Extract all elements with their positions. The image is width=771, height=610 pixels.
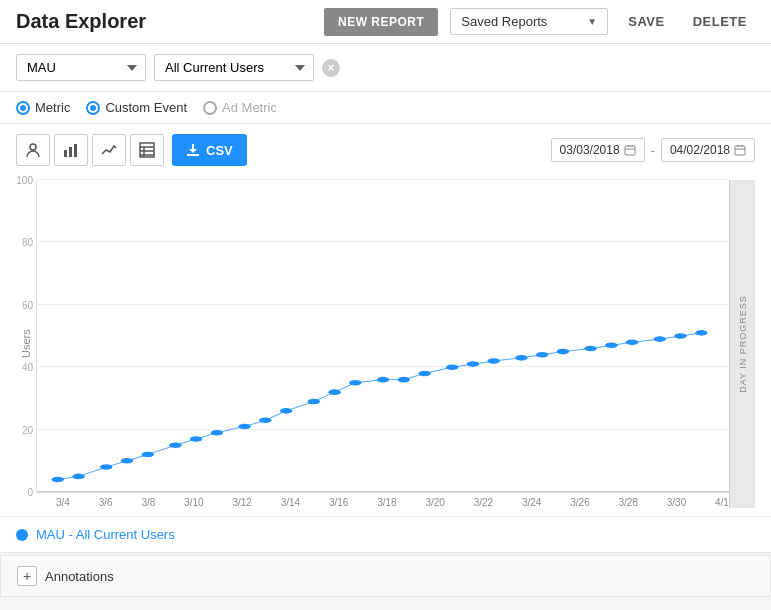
svg-rect-2: [69, 147, 72, 157]
calendar-icon-2: [734, 144, 746, 156]
legend-row: MAU - All Current Users: [0, 516, 771, 552]
svg-point-37: [487, 358, 499, 364]
download-icon: [186, 143, 200, 157]
metric-radio: [16, 101, 30, 115]
add-annotation-button[interactable]: +: [17, 566, 37, 586]
x-label: 3/14: [281, 497, 300, 508]
date-from-value: 03/03/2018: [560, 143, 620, 157]
svg-rect-14: [735, 146, 745, 155]
svg-point-46: [695, 330, 707, 336]
bar-chart-button[interactable]: [54, 134, 88, 166]
svg-point-35: [446, 364, 458, 370]
x-axis-labels: 3/43/63/83/103/123/143/163/183/203/223/2…: [36, 493, 729, 508]
saved-reports-label: Saved Reports: [461, 14, 547, 29]
svg-point-19: [72, 474, 84, 480]
chevron-down-icon: ▼: [587, 16, 597, 27]
annotations-label: Annotations: [45, 569, 114, 584]
chart-svg: [37, 180, 729, 492]
svg-point-34: [418, 371, 430, 377]
svg-point-0: [30, 144, 36, 150]
svg-rect-3: [74, 144, 77, 157]
x-label: 3/12: [232, 497, 251, 508]
date-to-input[interactable]: 04/02/2018: [661, 138, 755, 162]
svg-point-24: [190, 436, 202, 442]
segment-select[interactable]: All Current Users: [154, 54, 314, 81]
x-label: 3/6: [99, 497, 113, 508]
x-label: 4/1: [715, 497, 729, 508]
custom-event-radio: [86, 101, 100, 115]
svg-point-22: [141, 452, 153, 458]
svg-point-20: [100, 464, 112, 470]
calendar-icon: [624, 144, 636, 156]
x-label: 3/24: [522, 497, 541, 508]
x-label: 3/20: [425, 497, 444, 508]
x-label: 3/22: [474, 497, 493, 508]
legend-label: MAU - All Current Users: [36, 527, 175, 542]
metric-label: Metric: [35, 100, 70, 115]
ad-metric-radio: [203, 101, 217, 115]
ad-metric-label: Ad Metric: [222, 100, 277, 115]
annotations-bar[interactable]: + Annotations: [0, 555, 771, 597]
chart-inner: Users 020406080100 3/43/63/83/103/123/14…: [16, 180, 755, 508]
svg-rect-9: [187, 154, 199, 156]
date-range: 03/03/2018 - 04/02/2018: [551, 138, 755, 162]
svg-point-42: [605, 343, 617, 349]
svg-point-30: [328, 389, 340, 395]
metric-option-custom-event[interactable]: Custom Event: [86, 100, 187, 115]
svg-point-31: [349, 380, 361, 386]
svg-point-25: [211, 430, 223, 436]
line-chart-button[interactable]: [92, 134, 126, 166]
day-in-progress-label: DAY IN PROGRESS: [738, 295, 748, 393]
csv-label: CSV: [206, 143, 233, 158]
x-label: 3/26: [570, 497, 589, 508]
people-chart-button[interactable]: [16, 134, 50, 166]
y-axis-label: Users: [16, 180, 36, 508]
table-icon: [139, 142, 155, 158]
x-label: 3/10: [184, 497, 203, 508]
line-chart-icon: [101, 142, 117, 158]
svg-point-43: [626, 339, 638, 345]
delete-button[interactable]: DELETE: [685, 10, 755, 33]
date-from-input[interactable]: 03/03/2018: [551, 138, 645, 162]
svg-rect-1: [64, 150, 67, 157]
metric-select[interactable]: MAU: [16, 54, 146, 81]
save-button[interactable]: SAVE: [620, 10, 672, 33]
remove-segment-button[interactable]: ×: [322, 59, 340, 77]
saved-reports-dropdown[interactable]: Saved Reports ▼: [450, 8, 608, 35]
x-label: 3/28: [619, 497, 638, 508]
x-label: 3/18: [377, 497, 396, 508]
svg-point-18: [52, 477, 64, 483]
svg-point-45: [674, 333, 686, 339]
x-label: 3/30: [667, 497, 686, 508]
svg-point-32: [377, 377, 389, 383]
chart-plot: 020406080100: [36, 180, 729, 493]
bar-chart-icon: [63, 142, 79, 158]
page-title: Data Explorer: [16, 10, 312, 33]
x-label: 3/4: [56, 497, 70, 508]
date-separator: -: [651, 143, 655, 158]
x-label: 3/16: [329, 497, 348, 508]
svg-point-28: [280, 408, 292, 414]
chart-container: CSV 03/03/2018 - 04/02/2018: [0, 124, 771, 553]
people-icon: [25, 142, 41, 158]
date-to-value: 04/02/2018: [670, 143, 730, 157]
svg-point-33: [398, 377, 410, 383]
chart-area: Users 020406080100 3/43/63/83/103/123/14…: [0, 176, 771, 516]
svg-rect-10: [625, 146, 635, 155]
legend-dot: [16, 529, 28, 541]
controls-row: MAU All Current Users ×: [0, 44, 771, 92]
svg-point-26: [238, 424, 250, 430]
table-button[interactable]: [130, 134, 164, 166]
svg-point-39: [536, 352, 548, 358]
svg-point-21: [121, 458, 133, 464]
svg-point-29: [308, 399, 320, 405]
custom-event-label: Custom Event: [105, 100, 187, 115]
metric-option-metric[interactable]: Metric: [16, 100, 70, 115]
top-bar: Data Explorer NEW REPORT Saved Reports ▼…: [0, 0, 771, 44]
metric-row: Metric Custom Event Ad Metric: [0, 92, 771, 124]
new-report-button[interactable]: NEW REPORT: [324, 8, 438, 36]
csv-download-button[interactable]: CSV: [172, 134, 247, 166]
svg-point-44: [654, 336, 666, 342]
metric-option-ad-metric[interactable]: Ad Metric: [203, 100, 277, 115]
chart-toolbar: CSV 03/03/2018 - 04/02/2018: [0, 124, 771, 176]
